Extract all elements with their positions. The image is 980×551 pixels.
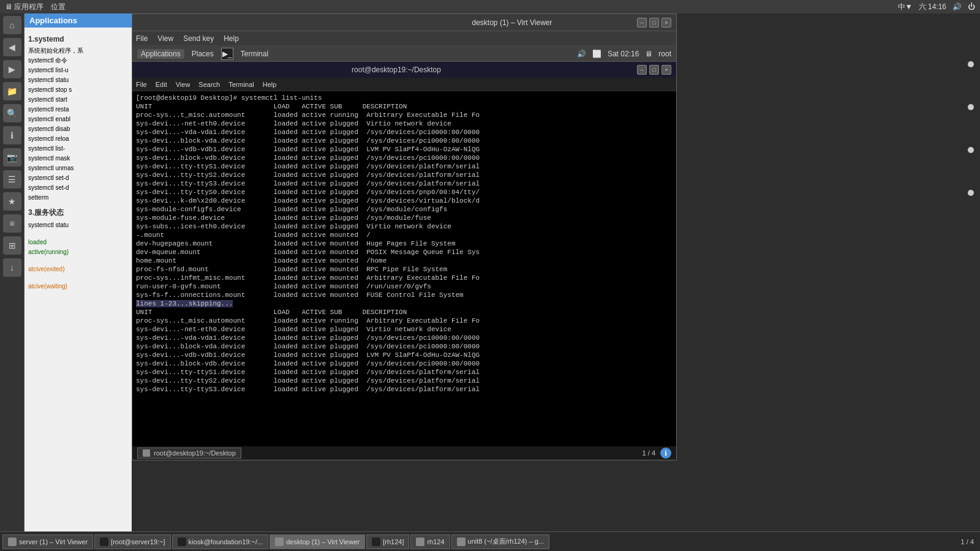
virt-viewer-titlebar: desktop (1) – Virt Viewer – □ × <box>132 14 676 31</box>
taskbar-item-desktop[interactable]: desktop (1) – Virt Viewer <box>270 534 365 549</box>
terminal-minimize-btn[interactable]: – <box>637 65 647 75</box>
top-bar-right: 中▼ 六 14:16 🔊 ⏻ <box>898 2 975 12</box>
guest-username: root <box>658 50 671 58</box>
sidebar-icon-home[interactable]: ⌂ <box>3 16 21 34</box>
taskbar-icon-rh124-1 <box>372 538 380 546</box>
term-menu-view[interactable]: View <box>176 81 190 88</box>
cmd-set-2[interactable]: systemctl set-d <box>28 183 128 193</box>
terminal-page-count: 1 / 4 <box>643 449 655 457</box>
terminal-body[interactable]: [root@desktop19 Desktop]# systemctl list… <box>132 91 676 446</box>
sidebar-icon-apps[interactable]: ⊞ <box>3 236 21 255</box>
virt-viewer-outer-window: desktop (1) – Virt Viewer – □ × File Vie… <box>132 13 677 460</box>
cmd-service-status[interactable]: systemctl statu <box>28 220 128 230</box>
menu-view[interactable]: View <box>157 34 173 43</box>
term-menu-help[interactable]: Help <box>263 81 277 88</box>
taskbar: server (1) – Virt Viewer [root@server19:… <box>0 531 980 551</box>
terminal-wm-buttons: – □ × <box>637 65 671 75</box>
left-panel-header: Applications <box>24 13 132 28</box>
sidebar-icon-search[interactable]: 🔍 <box>3 104 21 122</box>
term-menu-edit[interactable]: Edit <box>156 81 167 88</box>
power-icon[interactable]: ⏻ <box>968 2 975 11</box>
taskbar-icon-server <box>8 538 17 546</box>
section-3-title: 3.服务状态 <box>28 208 128 218</box>
ime-indicator: 中▼ <box>898 2 913 12</box>
cmd-start[interactable]: systemctl start <box>28 95 128 105</box>
sidebar-icon-forward[interactable]: ▶ <box>3 60 21 78</box>
sidebar-icon-back[interactable]: ◀ <box>3 38 21 56</box>
cmd-stop[interactable]: systemctl stop s <box>28 85 128 95</box>
dot-3 <box>968 147 974 153</box>
terminal-close-btn[interactable]: × <box>662 65 671 75</box>
guest-terminal-label[interactable]: Terminal <box>241 50 268 58</box>
left-commands-panel: Applications 1.systemd 系统初始化程序，系 systemc… <box>24 13 132 531</box>
guest-terminal-icon[interactable]: ▶_ <box>221 48 233 60</box>
taskbar-icon-desktop <box>275 538 284 546</box>
left-panel-content: 1.systemd 系统初始化程序，系 systemctl 命令 systemc… <box>24 28 132 528</box>
taskbar-item-kiosk[interactable]: kiosk@foundation19:~/... <box>172 534 269 549</box>
sidebar-icon-star[interactable]: ★ <box>3 192 21 211</box>
taskbar-icon-kiosk <box>178 538 186 546</box>
guest-appbar-right: 🔊 ⬜ Sat 02:16 🖥 root <box>577 50 671 58</box>
terminal-footer-right: 1 / 4 ℹ <box>643 448 671 459</box>
guest-display-icon[interactable]: ⬜ <box>592 50 601 58</box>
taskbar-label-rh124-2: rh124 <box>427 538 444 545</box>
cmd-reload[interactable]: systemctl reloa <box>28 134 128 144</box>
cmd-list-2[interactable]: systemctl list- <box>28 144 128 154</box>
cmd-status[interactable]: systemctl statu <box>28 75 128 85</box>
terminal-window: root@desktop19:~/Desktop – □ × File Edit… <box>132 62 676 460</box>
outer-maximize-btn[interactable]: □ <box>649 18 659 28</box>
cmd-unmask[interactable]: systemctl unmas <box>28 163 128 173</box>
sidebar-icon-file[interactable]: 📁 <box>3 82 21 100</box>
guest-volume-icon[interactable]: 🔊 <box>577 50 586 58</box>
status-active-running: active(running) <box>28 247 128 257</box>
terminal-info-btn[interactable]: ℹ <box>660 448 671 459</box>
cmd-systemctl-cmd: systemctl 命令 <box>28 56 128 66</box>
virt-viewer-outer-title: desktop (1) – Virt Viewer <box>387 18 637 27</box>
taskbar-page-count: 1 / 4 <box>961 538 978 545</box>
volume-icon[interactable]: 🔊 <box>952 2 962 11</box>
outer-close-btn[interactable]: × <box>662 18 671 28</box>
cmd-setterm[interactable]: setterm <box>28 193 128 203</box>
term-menu-search[interactable]: Search <box>198 81 220 88</box>
cmd-set-1[interactable]: systemctl set-d <box>28 173 128 183</box>
terminal-menubar: File Edit View Search Terminal Help <box>132 78 676 91</box>
sidebar-icon-down[interactable]: ↓ <box>3 258 21 277</box>
menu-sendkey[interactable]: Send key <box>183 34 214 43</box>
cmd-enable[interactable]: systemctl enabl <box>28 114 128 124</box>
taskbar-item-unit8[interactable]: unit8 (~/桌面/rh124) – g... <box>451 534 549 549</box>
section-1-desc: 系统初始化程序，系 <box>28 46 128 56</box>
cmd-restart[interactable]: systemctl resta <box>28 105 128 114</box>
terminal-tab-icon <box>143 449 150 457</box>
sidebar-icon-menu[interactable]: ☰ <box>3 170 21 189</box>
terminal-title: root@desktop19:~/Desktop <box>156 66 637 74</box>
apps-menu[interactable]: 🖥 应用程序 <box>5 2 43 12</box>
cmd-disable[interactable]: systemctl disab <box>28 124 128 134</box>
dot-1 <box>968 61 974 67</box>
sidebar-icon-list[interactable]: ≡ <box>3 214 21 233</box>
taskbar-item-rh124-2[interactable]: rh124 <box>410 534 450 549</box>
terminal-content: [root@desktop19 Desktop]# systemctl list… <box>136 94 673 394</box>
guest-user-indicator: 🖥 <box>645 50 652 58</box>
cmd-list-units[interactable]: systemctl list-u <box>28 66 128 75</box>
taskbar-item-server-terminal[interactable]: [root@server19:~] <box>94 534 171 549</box>
sidebar-icon-info[interactable]: ℹ <box>3 126 21 144</box>
terminal-tab[interactable]: root@desktop19:~/Desktop <box>137 448 241 459</box>
cmd-mask[interactable]: systemctl mask <box>28 154 128 163</box>
taskbar-item-rh124-1[interactable]: [rh124] <box>366 534 409 549</box>
section-1: 1.systemd 系统初始化程序，系 systemctl 命令 systemc… <box>28 35 128 203</box>
guest-apps-btn[interactable]: Applications <box>137 49 184 59</box>
term-menu-terminal[interactable]: Terminal <box>228 81 254 88</box>
menu-help[interactable]: Help <box>224 34 239 43</box>
menu-file[interactable]: File <box>136 34 148 43</box>
places-menu[interactable]: 位置 <box>51 2 66 12</box>
term-menu-file[interactable]: File <box>136 81 147 88</box>
taskbar-label-kiosk: kiosk@foundation19:~/... <box>189 538 263 545</box>
terminal-maximize-btn[interactable]: □ <box>649 65 659 75</box>
taskbar-label-unit8: unit8 (~/桌面/rh124) – g... <box>468 537 544 546</box>
sidebar-icon-camera[interactable]: 📷 <box>3 148 21 167</box>
guest-places-btn[interactable]: Places <box>192 50 214 58</box>
taskbar-item-server[interactable]: server (1) – Virt Viewer <box>2 534 93 549</box>
outer-minimize-btn[interactable]: – <box>637 18 647 28</box>
dot-4 <box>968 190 974 196</box>
left-sidebar: ⌂ ◀ ▶ 📁 🔍 ℹ 📷 ☰ ★ ≡ ⊞ ↓ <box>0 13 24 531</box>
